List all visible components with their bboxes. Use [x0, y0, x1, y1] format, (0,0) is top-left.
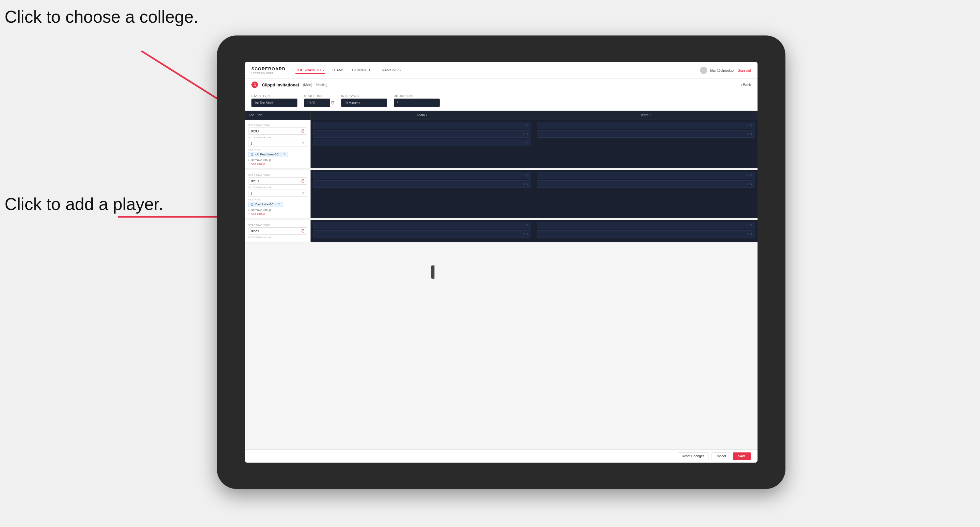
nav-right: blair@clippd.io Sign out	[700, 67, 751, 74]
tee-time-row-2: STARTING TIME: 10:10 ⏰ STARTING HOLE: 1 …	[245, 170, 757, 219]
course-label-1: COURSE:	[248, 148, 307, 151]
hosting-badge: Hosting	[316, 83, 327, 87]
player-slot-5-1[interactable]: × ⇅	[313, 222, 531, 229]
player-slot-1-3[interactable]: × ⇅	[313, 139, 531, 146]
player-slot-6-2[interactable]: × ⇅	[537, 230, 755, 238]
starting-time-input-1[interactable]: 10:00 ⏰	[248, 127, 307, 135]
remove-group-btn-1[interactable]: ○ Remove Group	[248, 158, 307, 162]
player-slot-1-1[interactable]: × ⇅	[313, 122, 531, 129]
tablet-frame: SCOREBOARD Powered by clippd TOURNAMENTS…	[217, 35, 786, 489]
add-group-btn-1[interactable]: + Add Group	[248, 162, 307, 166]
intervals-group: Intervals 10 Minutes	[341, 94, 387, 107]
annotation-bottom: Click to add a player.	[5, 194, 163, 214]
player-slot-1-2[interactable]: × ⇅	[313, 130, 531, 138]
back-button[interactable]: ‹ Back	[741, 83, 751, 87]
intervals-label: Intervals	[341, 94, 387, 98]
course-tag-2[interactable]: 🏌 East Lake GC × ⇅	[248, 202, 283, 207]
nav-bar: SCOREBOARD Powered by clippd TOURNAMENTS…	[245, 62, 757, 79]
starting-time-input-2[interactable]: 10:10 ⏰	[248, 178, 307, 185]
nav-committee[interactable]: COMMITTEE	[352, 67, 375, 74]
clippd-logo: C	[251, 81, 258, 88]
reset-changes-button[interactable]: Reset Changes	[678, 452, 709, 460]
course-label-2: COURSE:	[248, 198, 307, 201]
row-left-1: STARTING TIME: 10:00 ⏰ STARTING HOLE: 1 …	[245, 120, 310, 168]
team1-row3: × ⇅ × ⇅	[310, 220, 534, 242]
intervals-select[interactable]: 10 Minutes	[341, 98, 387, 107]
player-slot-4-2[interactable]: × ⇅	[537, 180, 755, 187]
time-icon-1: ⏰	[301, 129, 305, 133]
nav-rankings[interactable]: RANKINGS	[381, 67, 401, 74]
remove-group-btn-2[interactable]: ○ Remove Group	[248, 208, 307, 211]
form-area: Start Type 1st Tee Start Start Time ⏰ In…	[245, 91, 757, 111]
tablet-screen: SCOREBOARD Powered by clippd TOURNAMENTS…	[245, 62, 757, 463]
start-time-label: Start Time	[304, 94, 334, 98]
row-left-3: STARTING TIME: 10:20 ⏰ STARTING HOLE:	[245, 220, 310, 242]
nav-teams[interactable]: TEAMS	[331, 67, 345, 74]
player-slot-2-2[interactable]: × ⇅	[537, 130, 755, 138]
user-email: blair@clippd.io	[710, 68, 733, 72]
nav-links: TOURNAMENTS TEAMS COMMITTEE RANKINGS	[296, 67, 700, 74]
player-slot-4-1[interactable]: × ⇅	[537, 172, 755, 179]
logo-area: SCOREBOARD Powered by clippd	[251, 67, 286, 74]
th-team1: Team 1	[310, 111, 534, 120]
tee-time-row-1: STARTING TIME: 10:00 ⏰ STARTING HOLE: 1 …	[245, 120, 757, 168]
start-type-group: Start Type 1st Tee Start	[251, 94, 298, 107]
team2-row3: × ⇅ × ⇅	[534, 220, 757, 242]
start-type-label: Start Type	[251, 94, 298, 98]
player-slot-2-1[interactable]: × ⇅	[537, 122, 755, 129]
starting-time-label-3: STARTING TIME:	[248, 224, 307, 227]
logo-text: SCOREBOARD	[251, 67, 286, 71]
sub-header: C Clippd Invitational (Men) Hosting ‹ Ba…	[245, 79, 757, 91]
scroll-area[interactable]: STARTING TIME: 10:00 ⏰ STARTING HOLE: 1 …	[245, 120, 757, 449]
team2-row1: × ⇅ × ⇅	[534, 120, 757, 168]
group-size-select[interactable]: 3	[394, 98, 440, 107]
team1-row1: × ⇅ × ⇅ × ⇅	[310, 120, 534, 168]
course-tag-1[interactable]: 🏌 (A) Peachtree GC × ⇅	[248, 152, 288, 157]
starting-hole-input-1[interactable]: 1 ⇅	[248, 140, 307, 147]
th-tee-time: Tee Time	[245, 111, 310, 120]
start-time-group: Start Time ⏰	[304, 94, 334, 107]
group-size-label: Group Size	[394, 94, 440, 98]
player-slot-3-1[interactable]: × ⇅	[313, 172, 531, 179]
starting-hole-label-3: STARTING HOLE:	[248, 236, 307, 239]
row-main-1: STARTING TIME: 10:00 ⏰ STARTING HOLE: 1 …	[245, 120, 757, 168]
sign-out-link[interactable]: Sign out	[738, 68, 751, 72]
starting-time-input-3[interactable]: 10:20 ⏰	[248, 227, 307, 235]
th-team2: Team 2	[534, 111, 757, 120]
starting-time-label-1: STARTING TIME:	[248, 124, 307, 127]
row-left-2: STARTING TIME: 10:10 ⏰ STARTING HOLE: 1 …	[245, 170, 310, 218]
cancel-button[interactable]: Cancel	[711, 452, 730, 460]
start-time-input[interactable]	[304, 98, 330, 107]
player-slot-5-2[interactable]: × ⇅	[313, 230, 531, 238]
logo-sub: Powered by clippd	[251, 71, 286, 74]
starting-hole-input-2[interactable]: 1 ⇅	[248, 190, 307, 197]
tee-time-row-3: STARTING TIME: 10:20 ⏰ STARTING HOLE: × …	[245, 220, 757, 243]
starting-hole-label-2: STARTING HOLE:	[248, 186, 307, 189]
table-header: Tee Time Team 1 Team 2	[245, 111, 757, 120]
user-avatar	[700, 67, 707, 74]
time-icon: ⏰	[331, 101, 334, 105]
starting-hole-label-1: STARTING HOLE:	[248, 136, 307, 139]
player-slot-3-2[interactable]: × ⇅	[313, 180, 531, 187]
save-button[interactable]: Save	[733, 452, 751, 460]
row-main-3: STARTING TIME: 10:20 ⏰ STARTING HOLE: × …	[245, 220, 757, 243]
nav-tournaments[interactable]: TOURNAMENTS	[296, 67, 325, 74]
player-slot-6-1[interactable]: × ⇅	[537, 222, 755, 229]
team2-row2: × ⇅ × ⇅	[534, 170, 757, 218]
team1-row2: × ⇅ × ⇅	[310, 170, 534, 218]
annotation-top: Click to choose a college.	[5, 6, 199, 27]
gender-label: (Men)	[303, 83, 313, 87]
group-size-group: Group Size 3	[394, 94, 440, 107]
start-type-select[interactable]: 1st Tee Start	[251, 98, 298, 107]
add-group-btn-2[interactable]: + Add Group	[248, 212, 307, 216]
starting-time-label-2: STARTING TIME:	[248, 174, 307, 177]
footer-bar: Reset Changes Cancel Save	[245, 449, 757, 463]
side-button	[431, 265, 434, 279]
row-main-2: STARTING TIME: 10:10 ⏰ STARTING HOLE: 1 …	[245, 170, 757, 219]
tournament-title: Clippd Invitational	[262, 83, 299, 87]
